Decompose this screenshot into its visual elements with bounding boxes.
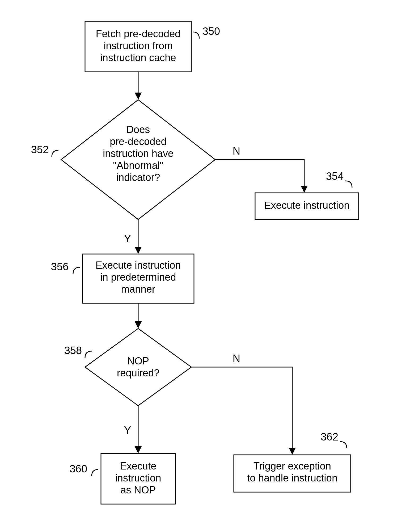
node-356-line2: in predetermined bbox=[100, 272, 176, 283]
edge-352-354 bbox=[215, 160, 304, 192]
node-360-line3: as NOP bbox=[120, 484, 156, 496]
node-360: Execute instruction as NOP bbox=[101, 454, 175, 504]
node-358: NOP required? bbox=[85, 329, 191, 406]
edge-352-356-label: Y bbox=[124, 233, 131, 244]
edge-352-354-label: N bbox=[233, 145, 240, 157]
node-362: Trigger exception to handle instruction bbox=[234, 455, 351, 492]
node-354-line1: Execute instruction bbox=[264, 200, 349, 211]
node-350-line2: instruction from bbox=[104, 40, 173, 51]
ref-hook-356 bbox=[73, 267, 80, 274]
ref-hook-360 bbox=[92, 469, 98, 476]
node-356: Execute instruction in predetermined man… bbox=[82, 254, 194, 303]
node-356-line3: manner bbox=[121, 284, 155, 295]
edge-358-362 bbox=[191, 367, 292, 454]
svg-marker-1 bbox=[61, 100, 215, 219]
ref-350: 350 bbox=[202, 25, 220, 37]
ref-hook-354 bbox=[345, 181, 352, 188]
node-360-line1: Execute bbox=[120, 460, 156, 472]
node-360-line2: instruction bbox=[115, 472, 161, 484]
node-362-line2: to handle instruction bbox=[247, 472, 337, 484]
node-354: Execute instruction bbox=[255, 193, 359, 219]
ref-hook-352 bbox=[52, 150, 58, 157]
ref-hook-350 bbox=[193, 32, 199, 39]
ref-hook-362 bbox=[340, 442, 347, 448]
node-358-line1: NOP bbox=[127, 355, 149, 367]
node-352-line2: pre-decoded bbox=[110, 136, 166, 147]
flowchart: Fetch pre-decoded instruction from instr… bbox=[0, 0, 402, 532]
node-352-line5: indicator? bbox=[116, 172, 160, 183]
ref-362: 362 bbox=[321, 431, 338, 443]
node-362-line1: Trigger exception bbox=[253, 460, 331, 472]
ref-352: 352 bbox=[31, 144, 49, 155]
ref-356: 356 bbox=[51, 261, 69, 272]
edge-358-362-label: N bbox=[233, 352, 240, 364]
node-350: Fetch pre-decoded instruction from instr… bbox=[85, 21, 191, 72]
ref-360: 360 bbox=[70, 463, 87, 475]
node-352-line4: "Abnormal" bbox=[113, 160, 163, 171]
node-356-line1: Execute instruction bbox=[95, 260, 181, 271]
node-352-line3: instruction have bbox=[103, 148, 174, 159]
ref-hook-358 bbox=[85, 351, 92, 358]
node-350-line3: instruction cache bbox=[100, 52, 176, 63]
node-350-line1: Fetch pre-decoded bbox=[96, 28, 181, 39]
node-352: Does pre-decoded instruction have "Abnor… bbox=[61, 100, 215, 219]
node-358-line2: required? bbox=[117, 367, 160, 379]
edge-358-360-label: Y bbox=[124, 424, 131, 436]
ref-358: 358 bbox=[64, 344, 82, 356]
node-352-line1: Does bbox=[126, 124, 150, 135]
svg-marker-4 bbox=[85, 329, 191, 406]
ref-354: 354 bbox=[326, 170, 344, 182]
